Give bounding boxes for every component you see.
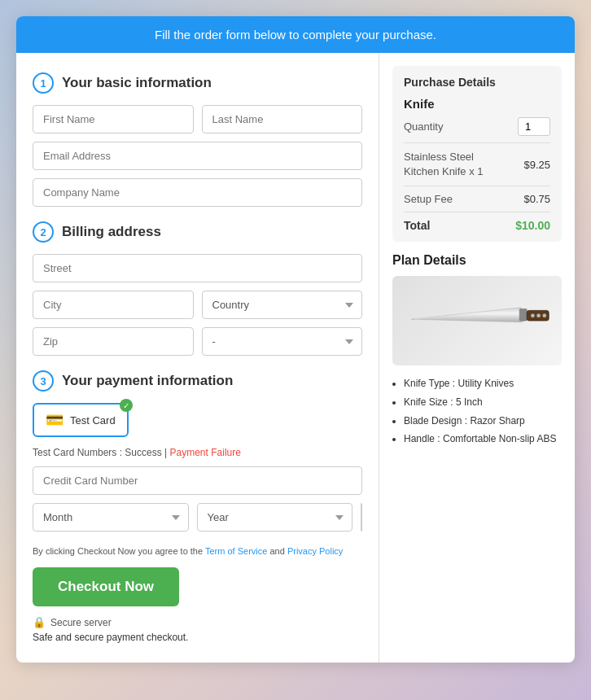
lock-icon: 🔒 (33, 616, 46, 628)
checkout-button[interactable]: Checkout Now (33, 567, 179, 606)
credit-card-icon: 💳 (46, 411, 63, 429)
zip-input[interactable] (33, 327, 194, 356)
section-billing: 2 Billing address Country - (33, 221, 362, 356)
email-input[interactable] (33, 142, 362, 170)
purchase-details-title: Purchase Details (404, 76, 550, 89)
country-select[interactable]: Country (202, 291, 363, 319)
quantity-input[interactable] (518, 117, 550, 136)
quantity-row: Quantity (404, 117, 550, 136)
first-name-input[interactable] (33, 105, 194, 133)
cvv-input[interactable] (361, 504, 362, 531)
card-check-icon: ✓ (120, 399, 133, 412)
svg-rect-2 (519, 309, 527, 321)
quantity-label: Quantity (404, 120, 443, 133)
total-label: Total (404, 219, 430, 232)
secure-sub-label: Safe and secure payment checkout. (33, 632, 362, 643)
list-item: Knife Type : Utility Knives (404, 375, 562, 393)
setup-fee-label: Setup Fee (404, 193, 453, 205)
secure-row: 🔒 Secure server (33, 616, 362, 628)
step3-circle: 3 (33, 370, 54, 392)
item-price: $9.25 (523, 159, 550, 171)
total-row: Total $10.00 (404, 219, 550, 232)
street-input[interactable] (33, 254, 362, 282)
cvv-wrap: ⊡ (361, 503, 362, 532)
terms-text: By clicking Checkout Now you agree to th… (33, 546, 362, 556)
plan-bullets: Knife Type : Utility Knives Knife Size :… (392, 375, 562, 448)
terms-link[interactable]: Term of Service (205, 546, 267, 556)
year-select[interactable]: Year (197, 503, 353, 532)
payment-failure-link[interactable]: Payment Failure (170, 447, 241, 458)
top-banner: Fill the order form below to complete yo… (16, 16, 575, 53)
month-select[interactable]: Month (33, 503, 189, 532)
section-basic-info: 1 Your basic information (33, 72, 362, 207)
knife-svg (404, 288, 550, 353)
section-payment: 3 Your payment information 💳 Test Card ✓… (33, 370, 362, 532)
last-name-input[interactable] (202, 105, 363, 133)
svg-marker-0 (411, 308, 528, 322)
setup-fee-row: Setup Fee $0.75 (404, 193, 550, 205)
test-card-numbers-row: Test Card Numbers : Success | Payment Fa… (33, 447, 362, 458)
setup-fee-price: $0.75 (523, 193, 550, 205)
step2-circle: 2 (33, 221, 54, 243)
svg-point-6 (543, 314, 547, 318)
knife-image (392, 276, 562, 365)
city-input[interactable] (33, 291, 194, 319)
item-price-row: Stainless Steel Kitchen Knife x 1 $9.25 (404, 150, 550, 179)
step1-circle: 1 (33, 72, 54, 94)
total-price: $10.00 (515, 219, 550, 232)
banner-text: Fill the order form below to complete yo… (155, 28, 436, 42)
secure-label: Secure server (50, 617, 112, 628)
privacy-link[interactable]: Privacy Policy (287, 546, 343, 556)
state-select[interactable]: - (202, 327, 363, 356)
product-name: Knife (404, 97, 550, 111)
test-card-success-label: Test Card Numbers : Success (33, 447, 162, 458)
purchase-details-box: Purchase Details Knife Quantity Stainles… (392, 66, 562, 242)
test-card-option[interactable]: 💳 Test Card ✓ (33, 403, 129, 437)
item-label: Stainless Steel Kitchen Knife x 1 (404, 150, 510, 179)
list-item: Handle : Comfortable Non-slip ABS (404, 431, 562, 448)
list-item: Knife Size : 5 Inch (404, 394, 562, 412)
section3-title: 3 Your payment information (33, 370, 362, 392)
plan-details-title: Plan Details (392, 253, 562, 268)
card-label: Test Card (70, 414, 116, 427)
main-card: Fill the order form below to complete yo… (16, 16, 575, 663)
list-item: Blade Design : Razor Sharp (404, 413, 562, 431)
right-panel: Purchase Details Knife Quantity Stainles… (379, 53, 575, 663)
card-expiry-row: Month Year ⊡ (33, 503, 362, 532)
credit-card-input[interactable] (33, 466, 362, 495)
svg-point-5 (536, 314, 541, 318)
section1-title: 1 Your basic information (33, 72, 362, 94)
company-input[interactable] (33, 178, 362, 207)
left-panel: 1 Your basic information (16, 53, 379, 663)
svg-point-4 (531, 314, 535, 318)
section2-title: 2 Billing address (33, 221, 362, 243)
